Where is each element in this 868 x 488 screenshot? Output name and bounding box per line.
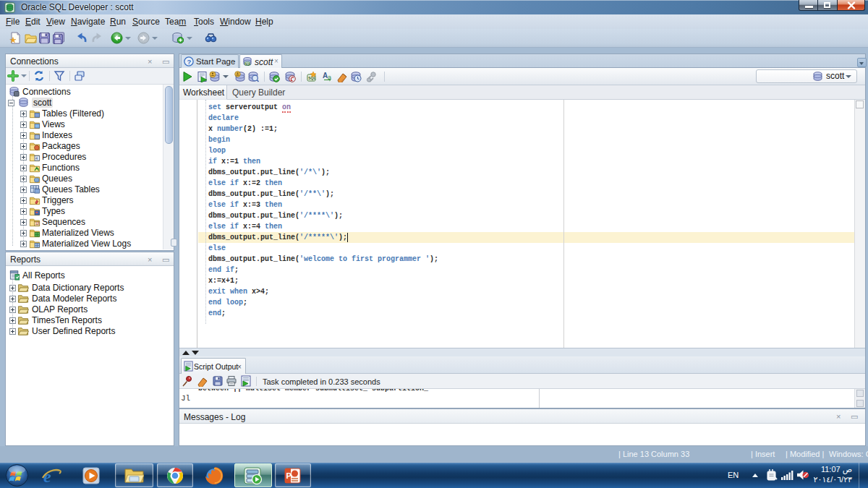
svg-text:P: P <box>286 471 292 480</box>
svg-text:12: 12 <box>35 221 39 226</box>
svg-text:SQL: SQL <box>245 63 251 66</box>
svg-text:4: 4 <box>35 156 38 160</box>
svg-text:?: ? <box>187 58 191 66</box>
